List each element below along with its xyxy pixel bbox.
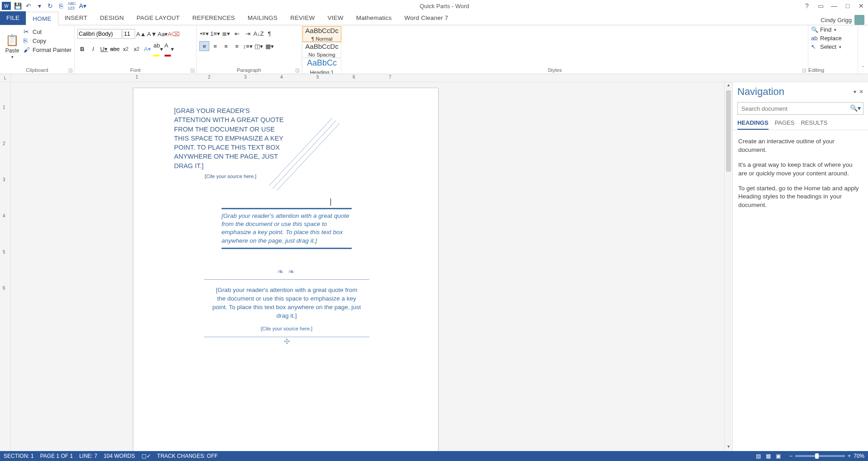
superscript-button[interactable]: x2 — [132, 44, 142, 54]
font-color-qat-icon[interactable]: A▾ — [79, 2, 87, 10]
shrink-font-button[interactable]: A▼ — [147, 29, 157, 39]
style-no-spacing[interactable]: AaBbCcDcNo Spacing — [302, 42, 341, 58]
styles-dialog-launcher[interactable]: ◲ — [802, 68, 806, 73]
borders-button[interactable]: ▦▾ — [264, 41, 274, 51]
tab-mathematics[interactable]: Mathematics — [350, 11, 398, 25]
maximize-icon[interactable]: □ — [843, 2, 853, 9]
user-account[interactable]: Cindy Grigg — [821, 15, 868, 25]
tab-word-cleaner[interactable]: Word Cleaner 7 — [398, 11, 454, 25]
horizontal-ruler[interactable]: 1 2 3 4 5 6 7 — [122, 74, 868, 82]
tab-home[interactable]: HOME — [26, 12, 58, 25]
undo-dropdown-icon[interactable]: ▾ — [35, 2, 43, 10]
change-case-button[interactable]: Aa▾ — [158, 29, 168, 39]
status-track-changes[interactable]: TRACK CHANGES: OFF — [157, 453, 218, 459]
numbering-button[interactable]: 1≡▾ — [210, 28, 220, 38]
multilevel-list-button[interactable]: ≣▾ — [221, 28, 231, 38]
subscript-button[interactable]: x2 — [121, 44, 131, 54]
cut-button[interactable]: ✂Cut — [24, 28, 71, 35]
search-input[interactable] — [737, 102, 863, 115]
justify-button[interactable]: ≡ — [232, 41, 242, 51]
spellcheck-icon[interactable]: ABC123 — [68, 2, 76, 10]
tab-review[interactable]: REVIEW — [284, 11, 321, 25]
tab-page-layout[interactable]: PAGE LAYOUT — [130, 11, 186, 25]
tab-view[interactable]: VIEW — [321, 11, 349, 25]
status-section[interactable]: SECTION: 1 — [4, 453, 34, 459]
document-area[interactable]: [GRAB YOUR READER'S ATTENTION WITH A GRE… — [11, 82, 724, 451]
tab-file[interactable]: FILE — [0, 11, 26, 25]
underline-button[interactable]: U▾ — [99, 44, 109, 54]
select-button[interactable]: ↖Select▾ — [811, 43, 855, 50]
align-left-button[interactable]: ≡ — [199, 41, 209, 51]
style-normal[interactable]: AaBbCcDc¶ Normal — [302, 26, 341, 42]
spellcheck-status-icon[interactable]: ▢✓ — [142, 453, 151, 459]
ruler-corner[interactable]: L — [0, 74, 11, 82]
text-box-2[interactable]: [Grab your reader's attention with a gre… — [222, 208, 352, 249]
status-line[interactable]: LINE: 7 — [79, 453, 97, 459]
page[interactable]: [GRAB YOUR READER'S ATTENTION WITH A GRE… — [133, 88, 439, 451]
clipboard-dialog-launcher[interactable]: ◲ — [68, 68, 72, 73]
decrease-indent-button[interactable]: ⇤ — [232, 28, 242, 38]
nav-tab-headings[interactable]: HEADINGS — [737, 119, 769, 130]
zoom-slider[interactable] — [795, 455, 845, 457]
scroll-up-icon[interactable]: ▴ — [725, 82, 732, 89]
vertical-scrollbar[interactable]: ▴ ▾ — [724, 82, 732, 451]
save-icon[interactable]: 💾 — [14, 2, 22, 10]
bullets-button[interactable]: •≡▾ — [199, 28, 209, 38]
search-icon[interactable]: 🔍▾ — [850, 104, 861, 112]
copy-button[interactable]: ⎘Copy — [24, 37, 71, 44]
font-color-button[interactable]: A▾ — [164, 44, 174, 54]
minimize-icon[interactable]: — — [829, 2, 839, 9]
increase-indent-button[interactable]: ⇥ — [243, 28, 253, 38]
print-layout-icon[interactable]: ▦ — [764, 453, 773, 459]
paste-button[interactable]: 📋 Paste ▾ — [3, 27, 22, 66]
clear-formatting-button[interactable]: A⌫ — [169, 29, 179, 39]
font-size-selector[interactable] — [123, 29, 135, 39]
strikethrough-button[interactable]: abc — [110, 44, 120, 54]
paragraph-dialog-launcher[interactable]: ◲ — [295, 68, 299, 73]
close-icon[interactable]: ✕ — [859, 89, 863, 95]
font-dialog-launcher[interactable]: ◲ — [190, 68, 194, 73]
replace-button[interactable]: abReplace — [811, 35, 855, 42]
close-icon[interactable]: ✕ — [856, 2, 866, 9]
align-center-button[interactable]: ≡ — [210, 41, 220, 51]
undo-icon[interactable]: ↶ — [24, 2, 33, 10]
quick-print-icon[interactable]: ⎘ — [57, 2, 65, 10]
redo-icon[interactable]: ↻ — [46, 2, 54, 10]
scroll-thumb[interactable] — [726, 90, 731, 172]
status-page[interactable]: PAGE 1 OF 1 — [40, 453, 73, 459]
highlight-button[interactable]: ab▾ — [153, 44, 163, 54]
text-box-2-content: [Grab your reader's attention with a gre… — [222, 209, 352, 248]
chevron-down-icon[interactable]: ▾ — [854, 89, 856, 95]
zoom-out-button[interactable]: − — [789, 453, 793, 459]
read-mode-icon[interactable]: ▤ — [754, 453, 763, 459]
italic-button[interactable]: I — [88, 44, 98, 54]
grow-font-button[interactable]: A▲ — [136, 29, 146, 39]
text-effects-button[interactable]: A▾ — [142, 44, 152, 54]
zoom-knob[interactable] — [815, 453, 819, 459]
shading-button[interactable]: ◫▾ — [254, 41, 264, 51]
tab-mailings[interactable]: MAILINGS — [241, 11, 284, 25]
line-spacing-button[interactable]: ↕≡▾ — [243, 41, 253, 51]
scroll-down-icon[interactable]: ▾ — [725, 444, 732, 451]
zoom-level[interactable]: 70% — [854, 453, 864, 459]
nav-tab-results[interactable]: RESULTS — [801, 119, 827, 130]
sort-button[interactable]: A↓Z — [254, 28, 264, 38]
bold-button[interactable]: B — [77, 44, 87, 54]
show-hide-button[interactable]: ¶ — [264, 28, 274, 38]
help-icon[interactable]: ? — [802, 2, 812, 9]
ribbon-options-icon[interactable]: ▭ — [816, 2, 826, 9]
tab-insert[interactable]: INSERT — [58, 11, 94, 25]
format-painter-button[interactable]: 🖌Format Painter — [24, 46, 71, 53]
font-name-selector[interactable] — [77, 29, 122, 39]
tab-references[interactable]: REFERENCES — [186, 11, 241, 25]
collapse-ribbon[interactable]: ˇ — [858, 25, 868, 74]
find-button[interactable]: 🔍Find▾ — [811, 26, 855, 33]
tab-design[interactable]: DESIGN — [94, 11, 130, 25]
vertical-ruler[interactable]: 123 456 — [0, 82, 11, 451]
web-layout-icon[interactable]: ▣ — [774, 453, 783, 459]
text-box-3[interactable]: ❧ ❧ [Grab your reader's attention with a… — [204, 267, 369, 346]
nav-tab-pages[interactable]: PAGES — [775, 119, 795, 130]
zoom-in-button[interactable]: + — [848, 453, 851, 459]
status-words[interactable]: 104 WORDS — [104, 453, 135, 459]
align-right-button[interactable]: ≡ — [221, 41, 231, 51]
